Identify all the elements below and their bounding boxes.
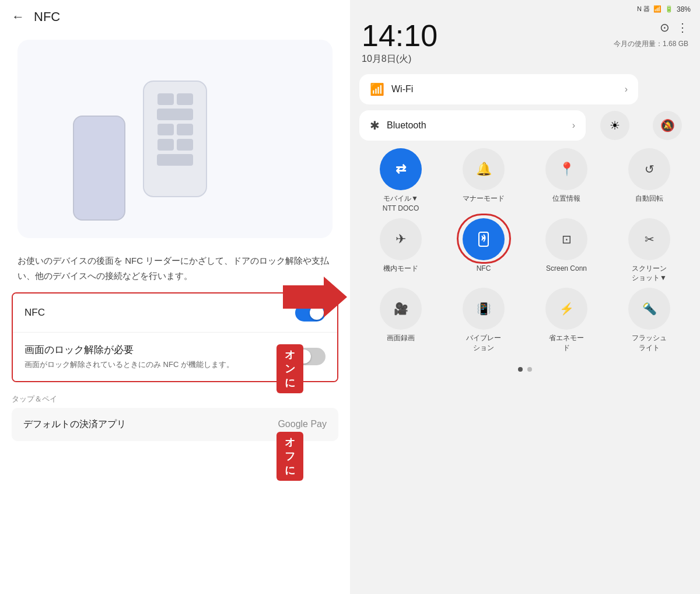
wifi-icon: 📶 xyxy=(370,82,384,96)
grid-item-manner: 🔔 マナーモード xyxy=(453,148,514,214)
dot-2 xyxy=(527,367,532,372)
grid-item-nfc: NFC xyxy=(453,218,514,284)
bluetooth-label: Bluetooth xyxy=(387,120,426,131)
right-panel: N 器 📶 🔋 38% 14:10 10月8日(火) ⊙ ⋮ 今月の使用量：1.… xyxy=(350,0,700,594)
nfc-icon xyxy=(474,230,493,249)
svg-marker-0 xyxy=(283,277,347,317)
signal-icon: 📶 xyxy=(653,5,662,13)
settings-icon[interactable]: ⊙ xyxy=(660,20,670,34)
phone-shadow xyxy=(73,116,125,221)
wifi-chevron-icon: › xyxy=(625,84,628,95)
grid-item-screenconn: ⊡ Screen Conn xyxy=(536,218,597,284)
status-bar: N 器 📶 🔋 38% xyxy=(350,0,700,16)
mobile-data-label: モバイル▼NTT DOCO xyxy=(383,194,419,214)
bluetooth-row: ✱ Bluetooth › ☀ 🔕 xyxy=(350,107,700,144)
grid-item-screen-record: 🎥 画面録画 xyxy=(370,288,432,353)
time-display: 14:10 xyxy=(362,20,438,51)
lock-setting-label: 画面のロック解除が必要 xyxy=(24,343,234,357)
left-header: ← NFC xyxy=(0,0,350,34)
grid-item-screenshot: ✂ スクリーンショット▼ xyxy=(619,218,680,284)
grid-item-flashlight: 🔦 フラッシュライト xyxy=(619,288,680,353)
location-label: 位置情報 xyxy=(552,194,580,204)
bluetooth-icon: ✱ xyxy=(370,118,380,132)
manner-mode-btn[interactable]: 🔔 xyxy=(463,148,505,190)
rotation-btn[interactable]: ↺ xyxy=(628,148,670,190)
page-indicator xyxy=(350,362,700,376)
grid-row-3: 🎥 画面録画 📳 バイブレーション ⚡ 省エネモード 🔦 フラッシュライト xyxy=(359,288,691,353)
screenconn-btn[interactable]: ⊡ xyxy=(545,218,587,260)
grid-item-rotation: ↺ 自動回転 xyxy=(619,148,680,214)
rotation-label: 自動回転 xyxy=(635,194,663,204)
default-payment-label: デフォルトの決済アプリ xyxy=(23,418,126,431)
back-button[interactable]: ← xyxy=(12,9,24,25)
grid-row-1: ⇄ モバイル▼NTT DOCO 🔔 マナーモード 📍 位置情報 ↺ 自動回転 xyxy=(359,148,691,214)
grid-item-airplane: ✈ 機内モード xyxy=(370,218,432,284)
battery-percent: 38% xyxy=(677,5,691,13)
right-header: 14:10 10月8日(火) ⊙ ⋮ 今月の使用量：1.68 GB xyxy=(350,16,700,71)
screenconn-label: Screen Conn xyxy=(546,264,587,274)
nfc-illustration xyxy=(18,40,332,238)
silent-btn[interactable]: 🔕 xyxy=(653,111,682,140)
tap-pay-label: タップ＆ペイ xyxy=(12,394,338,404)
airplane-btn[interactable]: ✈ xyxy=(380,218,422,260)
flashlight-label: フラッシュライト xyxy=(632,333,667,353)
wifi-row: 📶 Wi-Fi › xyxy=(350,71,700,107)
bluetooth-chevron-icon: › xyxy=(572,120,575,131)
svg-point-2 xyxy=(482,237,485,239)
battery-saver-btn[interactable]: ⚡ xyxy=(545,288,587,330)
vibration-btn[interactable]: 📳 xyxy=(463,288,505,330)
brightness-btn[interactable]: ☀ xyxy=(600,111,629,140)
mobile-data-btn[interactable]: ⇄ xyxy=(380,148,422,190)
more-icon[interactable]: ⋮ xyxy=(677,20,688,34)
status-icons: N 器 xyxy=(637,5,650,13)
red-arrow-icon xyxy=(283,277,347,317)
default-payment-value: Google Pay xyxy=(278,419,327,429)
nfc-label: NFC xyxy=(477,264,491,274)
lock-setting-sublabel: 画面がロック解除されているときにのみ NFC が機能します。 xyxy=(24,359,234,371)
manner-mode-label: マナーモード xyxy=(463,194,505,204)
screen-record-btn[interactable]: 🎥 xyxy=(380,288,422,330)
wifi-label: Wi-Fi xyxy=(391,84,413,95)
bluetooth-tile[interactable]: ✱ Bluetooth › xyxy=(359,110,586,141)
battery-icon: 🔋 xyxy=(665,5,673,13)
grid-item-mobile: ⇄ モバイル▼NTT DOCO xyxy=(370,148,432,214)
wifi-tile[interactable]: 📶 Wi-Fi › xyxy=(359,74,638,104)
airplane-label: 機内モード xyxy=(383,264,418,274)
dot-1 xyxy=(518,367,523,372)
location-btn[interactable]: 📍 xyxy=(545,148,587,190)
usage-text: 今月の使用量：1.68 GB xyxy=(614,39,688,49)
time-block: 14:10 10月8日(火) xyxy=(362,20,438,65)
off-badge: オフに xyxy=(276,432,303,481)
battery-saver-label: 省エネモード xyxy=(549,333,584,353)
page-title: NFC xyxy=(34,9,60,25)
on-badge: オンに xyxy=(276,344,303,393)
screen-record-label: 画面録画 xyxy=(387,333,415,343)
grid-item-location: 📍 位置情報 xyxy=(536,148,597,214)
grid-row-2: ✈ 機内モード NFC ⊡ Screen Conn xyxy=(359,218,691,284)
grid-item-battery-saver: ⚡ 省エネモード xyxy=(536,288,597,353)
vibration-label: バイブレーション xyxy=(466,333,501,353)
header-icons: ⊙ ⋮ xyxy=(660,20,688,34)
screenshot-label: スクリーンショット▼ xyxy=(632,264,667,284)
phone-main xyxy=(143,81,207,197)
nfc-setting-label: NFC xyxy=(24,307,45,319)
quick-settings-grid: ⇄ モバイル▼NTT DOCO 🔔 マナーモード 📍 位置情報 ↺ 自動回転 ✈… xyxy=(350,144,700,362)
flashlight-btn[interactable]: 🔦 xyxy=(628,288,670,330)
screenshot-btn[interactable]: ✂ xyxy=(628,218,670,260)
header-right: ⊙ ⋮ 今月の使用量：1.68 GB xyxy=(614,20,688,49)
grid-item-vibration: 📳 バイブレーション xyxy=(453,288,514,353)
nfc-btn[interactable] xyxy=(463,218,505,260)
date-display: 10月8日(火) xyxy=(362,53,438,65)
